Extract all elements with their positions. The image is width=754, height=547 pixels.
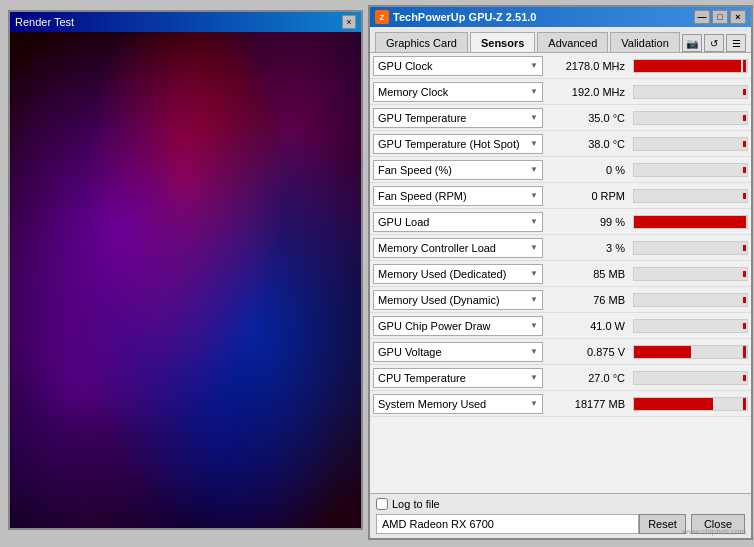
sensor-row: GPU Load▼99 %	[370, 209, 751, 235]
sensor-bar	[633, 345, 748, 359]
render-window: Render Test ×	[8, 10, 363, 530]
sensor-row: CPU Temperature▼27.0 °C	[370, 365, 751, 391]
screenshot-button[interactable]: 📷	[682, 34, 702, 52]
close-button[interactable]: Close	[691, 514, 745, 534]
sensor-value: 192.0 MHz	[543, 86, 633, 98]
sensor-row: Memory Clock▼192.0 MHz	[370, 79, 751, 105]
sensor-value: 27.0 °C	[543, 372, 633, 384]
sensor-row: Fan Speed (RPM)▼0 RPM	[370, 183, 751, 209]
refresh-button[interactable]: ↺	[704, 34, 724, 52]
render-close-button[interactable]: ×	[342, 15, 356, 29]
sensor-dropdown[interactable]: CPU Temperature▼	[373, 368, 543, 388]
sensor-dropdown[interactable]: System Memory Used▼	[373, 394, 543, 414]
footer-row: Reset Close	[376, 514, 745, 534]
sensor-value: 35.0 °C	[543, 112, 633, 124]
tabs-bar: Graphics Card Sensors Advanced Validatio…	[370, 27, 751, 53]
sensor-bar	[633, 267, 748, 281]
gpuz-close-button[interactable]: ×	[730, 10, 746, 24]
sensor-value: 85 MB	[543, 268, 633, 280]
tab-advanced[interactable]: Advanced	[537, 32, 608, 52]
sensor-row: Memory Controller Load▼3 %	[370, 235, 751, 261]
sensor-value: 41.0 W	[543, 320, 633, 332]
sensor-row: System Memory Used▼18177 MB	[370, 391, 751, 417]
sensor-bar	[633, 293, 748, 307]
sensor-bar	[633, 241, 748, 255]
gpuz-window-buttons: — □ ×	[694, 10, 746, 24]
sensor-bar	[633, 319, 748, 333]
gpuz-titlebar: Z TechPowerUp GPU-Z 2.51.0 — □ ×	[370, 7, 751, 27]
sensor-dropdown[interactable]: Memory Used (Dynamic)▼	[373, 290, 543, 310]
render-titlebar: Render Test ×	[10, 12, 361, 32]
render-title: Render Test	[15, 16, 74, 28]
sensor-dropdown[interactable]: GPU Temperature (Hot Spot)▼	[373, 134, 543, 154]
gpuz-app-icon: Z	[375, 10, 389, 24]
sensor-dropdown[interactable]: Memory Used (Dedicated)▼	[373, 264, 543, 284]
reset-button[interactable]: Reset	[639, 514, 686, 534]
sensor-value: 99 %	[543, 216, 633, 228]
tab-graphics-card[interactable]: Graphics Card	[375, 32, 468, 52]
sensor-value: 2178.0 MHz	[543, 60, 633, 72]
log-to-file-row: Log to file	[376, 498, 745, 510]
sensors-list: GPU Clock▼2178.0 MHzMemory Clock▼192.0 M…	[370, 53, 751, 493]
sensor-bar	[633, 111, 748, 125]
sensor-row: Fan Speed (%)▼0 %	[370, 157, 751, 183]
sensor-dropdown[interactable]: Memory Controller Load▼	[373, 238, 543, 258]
tab-validation[interactable]: Validation	[610, 32, 680, 52]
sensor-value: 76 MB	[543, 294, 633, 306]
sensor-dropdown[interactable]: GPU Load▼	[373, 212, 543, 232]
gpuz-title-left: Z TechPowerUp GPU-Z 2.51.0	[375, 10, 536, 24]
gpu-name-field[interactable]	[376, 514, 639, 534]
sensor-value: 18177 MB	[543, 398, 633, 410]
sensor-dropdown[interactable]: GPU Clock▼	[373, 56, 543, 76]
sensor-dropdown[interactable]: Memory Clock▼	[373, 82, 543, 102]
sensor-bar	[633, 163, 748, 177]
sensor-bar	[633, 371, 748, 385]
sensor-dropdown[interactable]: GPU Voltage▼	[373, 342, 543, 362]
sensor-value: 38.0 °C	[543, 138, 633, 150]
render-canvas	[10, 32, 361, 528]
sensor-value: 0.875 V	[543, 346, 633, 358]
gpuz-minimize-button[interactable]: —	[694, 10, 710, 24]
gpuz-title: TechPowerUp GPU-Z 2.51.0	[393, 11, 536, 23]
sensor-row: GPU Clock▼2178.0 MHz	[370, 53, 751, 79]
tab-sensors[interactable]: Sensors	[470, 32, 535, 52]
sensor-bar	[633, 137, 748, 151]
sensor-value: 0 RPM	[543, 190, 633, 202]
gpuz-maximize-button[interactable]: □	[712, 10, 728, 24]
sensor-row: GPU Chip Power Draw▼41.0 W	[370, 313, 751, 339]
sensor-bar	[633, 59, 748, 73]
sensor-dropdown[interactable]: Fan Speed (%)▼	[373, 160, 543, 180]
sensor-value: 3 %	[543, 242, 633, 254]
sensor-bar	[633, 85, 748, 99]
log-to-file-label: Log to file	[392, 498, 440, 510]
sensor-value: 0 %	[543, 164, 633, 176]
gpuz-window: Z TechPowerUp GPU-Z 2.51.0 — □ × Graphic…	[368, 5, 753, 540]
sensor-dropdown[interactable]: GPU Chip Power Draw▼	[373, 316, 543, 336]
sensor-row: Memory Used (Dynamic)▼76 MB	[370, 287, 751, 313]
gpuz-toolbar: 📷 ↺ ☰	[682, 34, 746, 52]
sensor-dropdown[interactable]: Fan Speed (RPM)▼	[373, 186, 543, 206]
sensor-row: GPU Voltage▼0.875 V	[370, 339, 751, 365]
log-to-file-checkbox[interactable]	[376, 498, 388, 510]
gpuz-bottom-panel: Log to file Reset Close www.chiphell.com	[370, 493, 751, 538]
sensor-bar	[633, 189, 748, 203]
sensor-dropdown[interactable]: GPU Temperature▼	[373, 108, 543, 128]
sensor-row: GPU Temperature▼35.0 °C	[370, 105, 751, 131]
sensor-bar	[633, 397, 748, 411]
sensor-row: GPU Temperature (Hot Spot)▼38.0 °C	[370, 131, 751, 157]
sensor-bar	[633, 215, 748, 229]
menu-button[interactable]: ☰	[726, 34, 746, 52]
sensor-row: Memory Used (Dedicated)▼85 MB	[370, 261, 751, 287]
